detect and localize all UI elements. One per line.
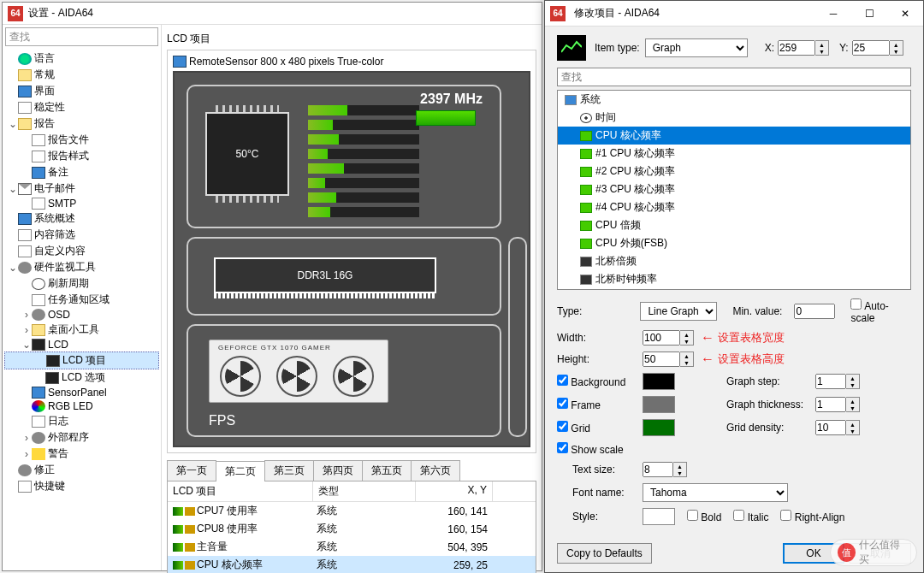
tree-item[interactable]: 快捷键 xyxy=(4,478,159,494)
tab[interactable]: 第五页 xyxy=(362,460,412,481)
sensor-item[interactable]: CPU 外频(FSB) xyxy=(558,234,910,252)
width-input[interactable] xyxy=(643,330,680,346)
graph-type-select[interactable]: Line Graph xyxy=(640,302,717,321)
tree-item[interactable]: SMTP xyxy=(4,197,159,210)
frame-color[interactable] xyxy=(643,396,675,413)
tab[interactable]: 第三页 xyxy=(264,460,314,481)
tab[interactable]: 第一页 xyxy=(167,460,216,481)
tree-item[interactable]: ⌄LCD xyxy=(4,338,159,351)
tab[interactable]: 第二页 xyxy=(216,461,265,481)
tab[interactable]: 第四页 xyxy=(313,460,363,481)
gpu-icon: GEFORCE GTX 1070 GAMER xyxy=(209,340,388,403)
tree-item[interactable]: 任务通知区域 xyxy=(4,292,159,308)
tree-item[interactable]: 自定义内容 xyxy=(4,243,159,259)
sensor-item[interactable]: #4 CPU 核心频率 xyxy=(558,198,910,216)
tree-item[interactable]: ›桌面小工具 xyxy=(4,322,159,338)
tree-item[interactable]: 报告样式 xyxy=(4,148,159,164)
tree-item[interactable]: 语言 xyxy=(4,50,159,67)
tree-item[interactable]: ⌄硬件监视工具 xyxy=(4,259,159,275)
item-type-select[interactable]: Graph xyxy=(645,38,748,57)
right-align-checkbox[interactable]: Right-Align xyxy=(780,510,844,523)
tree-item[interactable]: ⌄电子邮件 xyxy=(4,180,159,197)
sensor-tree[interactable]: 系统时间CPU 核心频率#1 CPU 核心频率#2 CPU 核心频率#3 CPU… xyxy=(557,90,911,290)
grid-density-input[interactable] xyxy=(815,420,846,435)
sensor-search-input[interactable] xyxy=(557,68,911,86)
settings-window: 64 设置 - AIDA64 查找 语言常规界面稳定性⌄报告报告文件报告样式备注… xyxy=(2,2,542,571)
sensor-item[interactable]: #2 CPU 核心频率 xyxy=(558,162,910,180)
copy-defaults-button[interactable]: Copy to Defaults xyxy=(557,543,652,564)
close-button[interactable]: ✕ xyxy=(887,2,923,26)
bold-checkbox[interactable]: Bold xyxy=(687,510,721,523)
background-color[interactable] xyxy=(643,373,675,390)
text-color[interactable] xyxy=(643,508,675,525)
tree-item[interactable]: ›OSD xyxy=(4,308,159,322)
tree-item[interactable]: 常规 xyxy=(4,67,159,83)
table-row[interactable]: CPU7 使用率系统160, 141 xyxy=(168,502,536,520)
grid-density-label: Grid density: xyxy=(726,422,815,434)
sensor-item[interactable]: 显存频率 xyxy=(558,288,910,290)
watermark: 值什么值得买 xyxy=(830,539,917,566)
tree-item[interactable]: LCD 项目 xyxy=(4,351,159,369)
table-row[interactable]: 主音量系统504, 395 xyxy=(168,538,536,556)
min-value-input[interactable] xyxy=(794,304,835,319)
tree-item[interactable]: LCD 选项 xyxy=(4,369,159,386)
table-row[interactable]: CPU 核心频率系统259, 25 xyxy=(168,556,536,573)
x-input[interactable] xyxy=(778,40,815,56)
sensor-item[interactable]: 北桥倍频 xyxy=(558,252,910,270)
tab[interactable]: 第六页 xyxy=(411,460,460,481)
tree-item[interactable]: ›警告 xyxy=(4,446,159,462)
height-annotation: 设置表格高度 xyxy=(701,351,785,367)
sensor-item[interactable]: 系统 xyxy=(558,91,910,109)
graph-step-label: Graph step: xyxy=(726,375,815,387)
y-spinner[interactable]: ▲▼ xyxy=(890,40,903,56)
dialog-title: 修改项目 - AIDA64 xyxy=(571,6,815,21)
window-title: 设置 - AIDA64 xyxy=(28,6,93,21)
tree-item[interactable]: SensorPanel xyxy=(4,386,159,399)
y-input[interactable] xyxy=(852,40,890,56)
italic-checkbox[interactable]: Italic xyxy=(733,510,768,523)
col-type[interactable]: 类型 xyxy=(313,481,416,501)
tree-item[interactable]: 内容筛选 xyxy=(4,227,159,243)
sensor-item[interactable]: #3 CPU 核心频率 xyxy=(558,180,910,198)
table-row[interactable]: CPU8 使用率系统160, 154 xyxy=(168,520,536,538)
tree-item[interactable]: ⌄报告 xyxy=(4,115,159,132)
graph-thickness-input[interactable] xyxy=(815,397,846,412)
background-checkbox[interactable]: Background xyxy=(557,375,643,388)
col-xy[interactable]: X, Y xyxy=(416,481,493,501)
sensor-item[interactable]: #1 CPU 核心频率 xyxy=(558,145,910,162)
settings-tree[interactable]: 语言常规界面稳定性⌄报告报告文件报告样式备注⌄电子邮件SMTP系统概述内容筛选自… xyxy=(3,49,161,570)
text-size-input[interactable] xyxy=(643,462,673,477)
lcd-preview[interactable]: 50°C 2397 MHz xyxy=(173,71,530,447)
graph-step-input[interactable] xyxy=(815,374,846,389)
dialog-title-bar[interactable]: 64 修改项目 - AIDA64 ─ ☐ ✕ xyxy=(545,1,923,27)
col-item[interactable]: LCD 项目 xyxy=(168,481,313,501)
auto-scale-checkbox[interactable]: Auto-scale xyxy=(850,298,911,324)
sensor-item[interactable]: CPU 核心频率 xyxy=(558,127,910,145)
tree-item[interactable]: 界面 xyxy=(4,83,159,99)
title-bar[interactable]: 64 设置 - AIDA64 xyxy=(3,3,542,25)
sensor-item[interactable]: CPU 倍频 xyxy=(558,216,910,234)
maximize-button[interactable]: ☐ xyxy=(851,2,887,26)
x-spinner[interactable]: ▲▼ xyxy=(815,40,829,56)
font-name-label: Font name: xyxy=(557,487,643,499)
font-name-select[interactable]: Tahoma xyxy=(643,483,788,502)
tree-item[interactable]: RGB LED xyxy=(4,399,159,413)
tree-item[interactable]: 系统概述 xyxy=(4,210,159,227)
show-scale-checkbox[interactable]: Show scale xyxy=(557,442,624,456)
tree-item[interactable]: 报告文件 xyxy=(4,132,159,148)
tree-item[interactable]: 日志 xyxy=(4,413,159,429)
sensor-item[interactable]: 北桥时钟频率 xyxy=(558,270,910,288)
frame-checkbox[interactable]: Frame xyxy=(557,398,643,411)
tree-item[interactable]: 备注 xyxy=(4,164,159,180)
minimize-button[interactable]: ─ xyxy=(815,2,851,26)
tree-item[interactable]: 修正 xyxy=(4,462,159,478)
freq-graph xyxy=(416,110,476,126)
search-input[interactable]: 查找 xyxy=(5,27,158,46)
tree-item[interactable]: ›外部程序 xyxy=(4,429,159,446)
tree-item[interactable]: 刷新周期 xyxy=(4,275,159,292)
grid-checkbox[interactable]: Grid xyxy=(557,421,643,434)
grid-color[interactable] xyxy=(643,419,675,436)
height-input[interactable] xyxy=(643,351,680,367)
tree-item[interactable]: 稳定性 xyxy=(4,99,159,115)
sensor-item[interactable]: 时间 xyxy=(558,109,910,127)
